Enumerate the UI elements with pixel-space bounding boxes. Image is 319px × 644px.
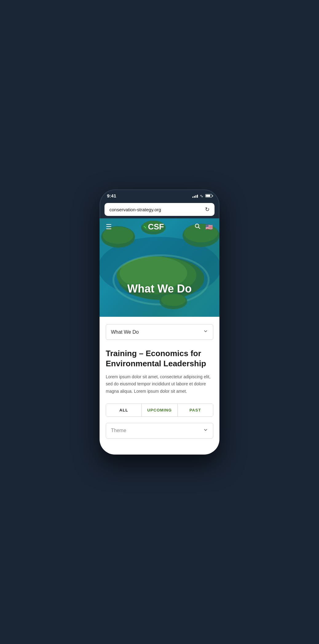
- bottom-safe-area: [100, 448, 219, 455]
- battery-icon: [205, 194, 212, 197]
- wifi-icon: ∿: [200, 193, 203, 198]
- filter-tab-upcoming[interactable]: UPCOMING: [142, 404, 177, 416]
- signal-icon: [192, 194, 198, 198]
- status-icons: ∿: [192, 193, 212, 198]
- hero-title: What We Do: [100, 282, 219, 295]
- filter-tabs: ALL UPCOMING PAST: [106, 403, 213, 417]
- status-bar: 9:41 ∿: [100, 189, 219, 200]
- logo: 🦎 CSF: [142, 222, 164, 232]
- logo-text: CSF: [148, 222, 164, 232]
- nav-right: 🇺🇸: [194, 223, 213, 231]
- svg-line-16: [199, 227, 200, 229]
- theme-dropdown-chevron-icon: [203, 427, 208, 434]
- reload-button[interactable]: ↻: [205, 206, 210, 213]
- hamburger-menu-button[interactable]: ☰: [106, 224, 112, 230]
- content-area: What We Do Training – Economics for Envi…: [100, 317, 219, 448]
- status-time: 9:41: [107, 193, 116, 198]
- nav-dropdown[interactable]: What We Do: [106, 324, 213, 340]
- nav-dropdown-label: What We Do: [111, 329, 139, 335]
- theme-dropdown-label: Theme: [111, 428, 126, 433]
- hero-section: ☰ 🦎 CSF 🇺🇸 What We Do: [100, 218, 219, 317]
- url-text: conservation-strategy.org: [109, 207, 161, 212]
- nav-bar: ☰ 🦎 CSF 🇺🇸: [100, 218, 219, 235]
- language-flag-button[interactable]: 🇺🇸: [205, 223, 213, 231]
- section-description: Lorem ipsum dolor sit amet, consectetur …: [106, 373, 213, 395]
- nav-dropdown-chevron-icon: [203, 329, 208, 335]
- filter-tab-all[interactable]: ALL: [106, 404, 142, 416]
- url-bar[interactable]: conservation-strategy.org ↻: [104, 203, 215, 216]
- phone-frame: 9:41 ∿ conservation-strategy.org ↻: [100, 189, 219, 454]
- theme-dropdown[interactable]: Theme: [106, 423, 213, 439]
- section-title: Training – Economics for Environmental L…: [106, 348, 213, 368]
- search-button[interactable]: [194, 223, 200, 231]
- filter-tab-past[interactable]: PAST: [178, 404, 213, 416]
- logo-gecko-icon: 🦎: [142, 225, 148, 229]
